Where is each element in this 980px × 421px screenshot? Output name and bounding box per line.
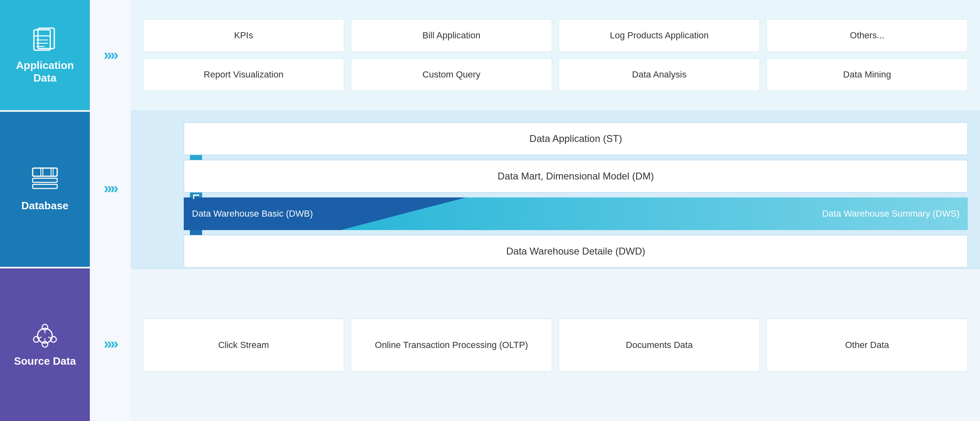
app-data-label: Application Data xyxy=(4,59,86,84)
arrow-db-icon: »» xyxy=(104,180,117,197)
app-row-2: Report Visualization Custom Query Data A… xyxy=(143,58,968,91)
app-row-1: KPIs Bill Application Log Products Appli… xyxy=(143,19,968,52)
database-label: Database xyxy=(21,199,69,212)
svg-rect-1 xyxy=(38,28,54,49)
arrow-source: »» xyxy=(90,267,131,421)
svg-line-19 xyxy=(39,337,42,338)
database-panel: Database xyxy=(0,112,90,267)
data-application-st-box[interactable]: Data Application (ST) xyxy=(184,122,968,155)
other-data-card[interactable]: Other Data xyxy=(766,319,968,372)
svg-point-13 xyxy=(42,324,48,330)
etl-label: ETL xyxy=(191,177,201,202)
arrow-db: »» xyxy=(90,110,131,267)
svg-point-14 xyxy=(42,341,48,347)
app-data-panel: Application Data xyxy=(0,0,90,110)
others-card[interactable]: Others... xyxy=(766,19,968,52)
svg-rect-10 xyxy=(43,168,51,176)
svg-rect-9 xyxy=(33,168,41,176)
dw-boxes: Data Application (ST) Data Mart, Dimensi… xyxy=(184,122,968,257)
app-data-icon xyxy=(31,26,59,54)
click-stream-card[interactable]: Click Stream xyxy=(143,319,344,372)
source-layer: Click Stream Online Transaction Processi… xyxy=(131,269,980,421)
data-analysis-card[interactable]: Data Analysis xyxy=(559,58,760,91)
app-layer: KPIs Bill Application Log Products Appli… xyxy=(131,0,980,110)
source-data-icon xyxy=(31,321,59,350)
dw-layer: ETL Data Application (ST) Data Mart, Dim… xyxy=(131,110,980,269)
database-icon xyxy=(31,166,59,195)
oltp-card[interactable]: Online Transaction Processing (OLTP) xyxy=(351,319,552,372)
arrow-source-icon: »» xyxy=(104,335,117,352)
log-products-card[interactable]: Log Products Application xyxy=(559,19,760,52)
source-data-label: Source Data xyxy=(14,355,76,368)
data-warehouse-detail-box[interactable]: Data Warehouse Detaile (DWD) xyxy=(184,235,968,268)
svg-line-20 xyxy=(48,337,51,338)
arrows-column: »» »» »» xyxy=(90,0,131,421)
main-content: KPIs Bill Application Log Products Appli… xyxy=(131,0,980,421)
svg-rect-7 xyxy=(33,178,57,182)
data-mining-card[interactable]: Data Mining xyxy=(766,58,968,91)
arrow-app-icon: »» xyxy=(104,47,117,64)
arrow-app: »» xyxy=(90,0,131,110)
dwb-dws-row: Data Warehouse Basic (DWB) Data Warehous… xyxy=(184,197,968,230)
custom-query-card[interactable]: Custom Query xyxy=(351,58,552,91)
left-panels: Application Data Database Source Data xyxy=(0,0,90,421)
documents-data-card[interactable]: Documents Data xyxy=(559,319,760,372)
data-mart-dm-box[interactable]: Data Mart, Dimensional Model (DM) xyxy=(184,160,968,193)
kpis-card[interactable]: KPIs xyxy=(143,19,344,52)
source-data-panel: Source Data xyxy=(0,268,90,421)
report-visualization-card[interactable]: Report Visualization xyxy=(143,58,344,91)
bill-application-card[interactable]: Bill Application xyxy=(351,19,552,52)
svg-rect-8 xyxy=(33,184,57,188)
